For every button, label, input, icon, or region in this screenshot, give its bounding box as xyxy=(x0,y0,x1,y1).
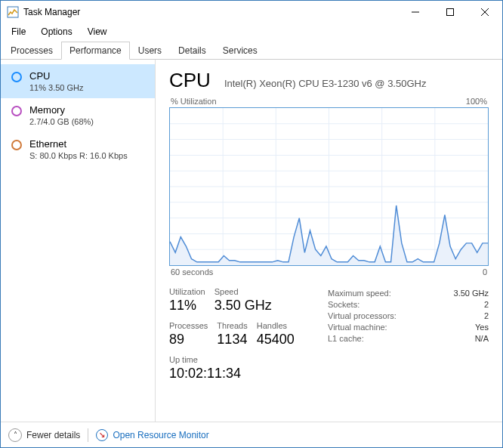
menu-file[interactable]: File xyxy=(4,25,33,39)
resource-icon xyxy=(11,140,22,150)
chart-x-start: 60 seconds xyxy=(171,267,213,277)
app-icon xyxy=(7,6,19,18)
minimize-button[interactable] xyxy=(398,1,433,23)
chart-bottom-labels: 60 seconds 0 xyxy=(169,266,489,277)
detail-value: Yes xyxy=(475,323,489,332)
chart-y-label: % Utilization xyxy=(171,97,217,106)
stat-label: Handles xyxy=(257,321,295,330)
stat-handles: Handles 45400 xyxy=(257,321,295,348)
fewer-details-button[interactable]: ˄ Fewer details xyxy=(8,428,80,442)
stat-label: Utilization xyxy=(169,287,205,296)
chart-x-end: 0 xyxy=(483,267,487,277)
svg-rect-2 xyxy=(447,9,454,16)
detail-value: 2 xyxy=(484,300,489,309)
sidebar-item-name: CPU xyxy=(29,70,84,82)
detail-key: Maximum speed: xyxy=(328,289,391,298)
menu-bar: File Options View xyxy=(1,23,502,40)
task-manager-window: Task Manager File Options View Processes… xyxy=(0,0,503,448)
detail-key: Sockets: xyxy=(328,300,360,309)
maximize-button[interactable] xyxy=(433,1,468,23)
open-resource-monitor-label: Open Resource Monitor xyxy=(113,430,208,440)
resource-icon xyxy=(11,106,22,116)
stats-area: Utilization 11% Speed 3.50 GHz Processes… xyxy=(169,287,489,389)
sidebar-item-cpu[interactable]: CPU11% 3.50 GHz xyxy=(1,64,155,98)
content-area: CPU11% 3.50 GHzMemory2.7/4.0 GB (68%)Eth… xyxy=(1,60,502,422)
stat-utilization: Utilization 11% xyxy=(169,287,205,314)
close-button[interactable] xyxy=(468,1,502,23)
sidebar-item-sub: 11% 3.50 GHz xyxy=(29,83,84,92)
stat-value: 45400 xyxy=(257,332,295,348)
stat-speed: Speed 3.50 GHz xyxy=(214,287,272,314)
sidebar: CPU11% 3.50 GHzMemory2.7/4.0 GB (68%)Eth… xyxy=(1,60,156,422)
fewer-details-label: Fewer details xyxy=(26,430,80,440)
detail-value: 2 xyxy=(484,311,489,320)
stat-value: 10:02:11:34 xyxy=(169,366,241,382)
stat-value: 1134 xyxy=(217,332,247,348)
stats-secondary: Maximum speed:3.50 GHz Sockets:2 Virtual… xyxy=(328,287,489,389)
menu-options[interactable]: Options xyxy=(33,25,79,39)
tab-details[interactable]: Details xyxy=(170,42,214,60)
open-resource-monitor-link[interactable]: ↘ Open Resource Monitor xyxy=(96,429,208,441)
cpu-utilization-chart[interactable] xyxy=(169,107,489,266)
stat-uptime: Up time 10:02:11:34 xyxy=(169,355,241,382)
sidebar-item-name: Ethernet xyxy=(29,138,128,150)
window-controls xyxy=(398,1,502,23)
tab-processes[interactable]: Processes xyxy=(2,42,61,60)
stat-label: Threads xyxy=(217,321,247,330)
window-title: Task Manager xyxy=(23,7,398,17)
stat-value: 11% xyxy=(169,298,205,314)
stats-primary: Utilization 11% Speed 3.50 GHz Processes… xyxy=(169,287,320,389)
chart-top-labels: % Utilization 100% xyxy=(169,97,489,107)
detail-key: Virtual processors: xyxy=(328,311,397,320)
stat-label: Speed xyxy=(214,287,272,296)
sidebar-item-ethernet[interactable]: EthernetS: 80.0 Kbps R: 16.0 Kbps xyxy=(1,132,155,166)
sidebar-item-name: Memory xyxy=(29,104,94,116)
detail-key: Virtual machine: xyxy=(328,323,387,332)
resource-monitor-icon: ↘ xyxy=(96,429,108,441)
chevron-up-icon: ˄ xyxy=(8,428,22,442)
menu-view[interactable]: View xyxy=(80,25,115,39)
chart-y-max: 100% xyxy=(466,97,487,106)
tab-performance[interactable]: Performance xyxy=(61,42,130,60)
footer-divider xyxy=(88,428,88,442)
footer-bar: ˄ Fewer details ↘ Open Resource Monitor xyxy=(1,422,502,447)
resource-icon xyxy=(11,72,22,82)
tab-services[interactable]: Services xyxy=(214,42,266,60)
panel-header: CPU Intel(R) Xeon(R) CPU E3-1230 v6 @ 3.… xyxy=(169,69,489,92)
detail-key: L1 cache: xyxy=(328,334,364,343)
stat-label: Up time xyxy=(169,355,241,364)
detail-value: N/A xyxy=(475,334,489,343)
title-bar[interactable]: Task Manager xyxy=(1,1,502,23)
stat-value: 3.50 GHz xyxy=(214,298,272,314)
main-panel: CPU Intel(R) Xeon(R) CPU E3-1230 v6 @ 3.… xyxy=(156,60,502,422)
stat-processes: Processes 89 xyxy=(169,321,208,348)
tab-strip: ProcessesPerformanceUsersDetailsServices xyxy=(1,40,502,60)
detail-value: 3.50 GHz xyxy=(454,289,489,298)
sidebar-item-memory[interactable]: Memory2.7/4.0 GB (68%) xyxy=(1,98,155,132)
stat-label: Processes xyxy=(169,321,208,330)
tab-users[interactable]: Users xyxy=(130,42,170,60)
cpu-model: Intel(R) Xeon(R) CPU E3-1230 v6 @ 3.50GH… xyxy=(224,78,427,89)
stat-value: 89 xyxy=(169,332,208,348)
panel-title: CPU xyxy=(169,69,211,92)
sidebar-item-sub: 2.7/4.0 GB (68%) xyxy=(29,117,94,126)
sidebar-item-sub: S: 80.0 Kbps R: 16.0 Kbps xyxy=(29,151,128,160)
stat-threads: Threads 1134 xyxy=(217,321,247,348)
